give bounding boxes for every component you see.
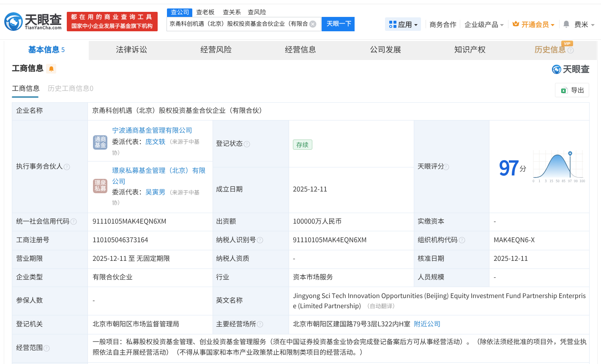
svg-text:VIP: VIP bbox=[564, 41, 571, 46]
